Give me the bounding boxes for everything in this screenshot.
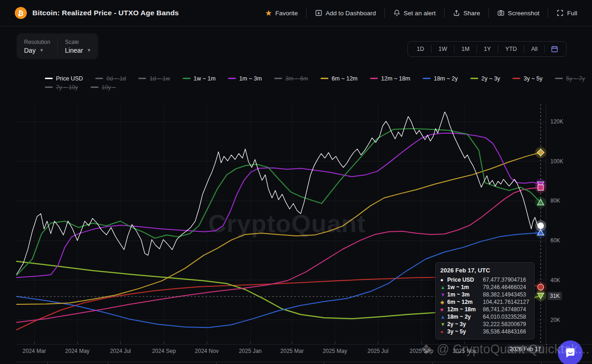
y-axis-label: 120K (550, 118, 563, 125)
diamond-marker-icon: ◆ (440, 300, 447, 305)
y-axis-label: 100K (550, 158, 563, 165)
circle-marker-icon: ● (440, 329, 447, 334)
y-axis-label: 20K (550, 317, 560, 323)
triangle-down-marker-icon: ▼ (440, 292, 447, 297)
tooltip-row: ▲18m ~ 2y64,010.03235258 (440, 313, 530, 321)
tooltip-date: 2026 Feb 17, UTC (440, 267, 530, 274)
bottom-cell-divider (541, 362, 542, 364)
x-axis-label: 2024 Mar (23, 348, 46, 354)
x-axis-label: 2024 Jul (110, 348, 131, 354)
bottom-cell-divider (108, 362, 108, 364)
bottom-cell-divider (324, 362, 324, 364)
x-axis-label: 2025 Jan (239, 348, 261, 354)
x-axis-label: 2025 Mar (280, 348, 304, 354)
series-line-1w-1m (17, 129, 541, 275)
app: ₿ Bitcoin: Realized Price - UTXO Age Ban… (0, 0, 592, 364)
y-axis-label: 40K (550, 277, 560, 284)
tooltip-row: ▼1m ~ 3m88,382.14943453 (440, 291, 530, 298)
bottom-cell-divider (216, 362, 217, 364)
chat-icon (564, 347, 576, 359)
tooltip-row: ●Price USD67,477.37904716 (440, 276, 530, 284)
tooltip-row: ◆6m ~ 12m104,421.76142127 (440, 298, 530, 306)
tooltip-row: ●3y ~ 5y36,536.44843166 (440, 328, 530, 335)
x-axis-label: 2024 Sep (152, 348, 176, 354)
bottom-cell-divider (432, 362, 433, 364)
x-axis-label: 2025 Sep (410, 348, 433, 354)
x-axis-label: 2024 May (65, 348, 90, 354)
x-axis-label: 2025 May (323, 348, 347, 354)
crosshair-price-badge: 31K (548, 292, 562, 300)
x-axis-label: 2024 Nov (195, 348, 218, 354)
triangle-up-marker-icon: ▲ (440, 315, 447, 320)
chart-tooltip: 2026 Feb 17, UTC ●Price USD67,477.379047… (435, 262, 535, 339)
bottom-divider (17, 362, 592, 362)
series-line-1m-3m (17, 133, 541, 278)
y-axis-label: 60K (550, 237, 560, 244)
triangle-up-marker-icon: ▲ (440, 285, 447, 290)
square-marker-icon: ■ (440, 307, 447, 312)
x-axis-label: 2025 Nov (453, 348, 476, 354)
triangle-down-marker-icon: ▼ (440, 322, 447, 327)
crosshair-date-badge: 2026 Feb 17 (507, 345, 543, 353)
chat-button[interactable] (558, 340, 583, 364)
tooltip-row: ▲1w ~ 1m79,246.46466024 (440, 284, 530, 291)
tooltip-row: ■12m ~ 18m86,741.24748074 (440, 306, 530, 313)
circle-marker-icon: ● (440, 278, 447, 283)
tooltip-row: ▼2y ~ 3y32,222.58200679 (440, 321, 530, 328)
x-axis-label: 2025 Jul (367, 348, 388, 354)
y-axis-label: 80K (550, 197, 560, 204)
series-line-price-usd (17, 112, 541, 274)
bottom-cell-divider (47, 362, 48, 364)
